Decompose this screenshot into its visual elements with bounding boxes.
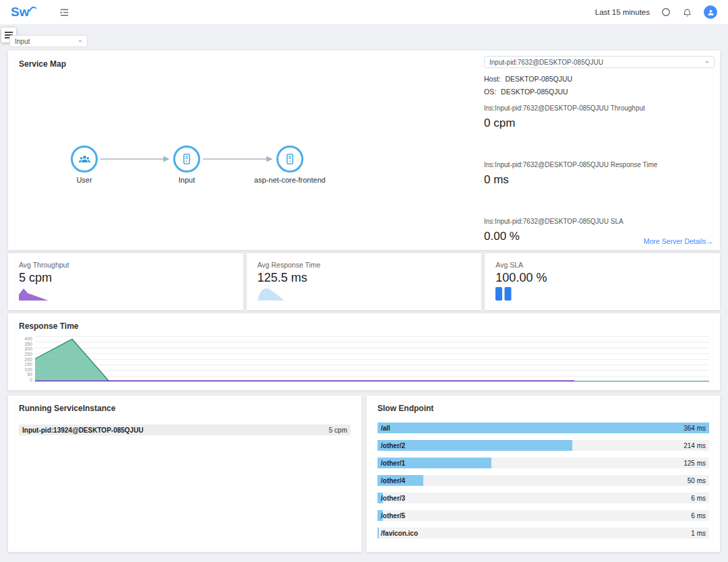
notifications-icon[interactable]	[682, 7, 692, 18]
endpoint-name: /other/4	[381, 477, 405, 485]
avg-response-time-card: Avg Response Time 125.5 ms	[247, 253, 482, 310]
chart-plot-area[interactable]	[35, 336, 709, 382]
response-time-sparkline	[257, 287, 471, 301]
y-tick-label: 150	[24, 362, 32, 367]
instance-name: Input-pid:13924@DESKTOP-085QJUU	[22, 427, 144, 434]
instance-row[interactable]: Input-pid:13924@DESKTOP-085QJUU5 cpm	[19, 425, 351, 435]
os-row: OS:DESKTOP-085QJUU	[484, 88, 715, 96]
endpoint-value: 50 ms	[688, 477, 706, 485]
topology-edges	[8, 51, 439, 239]
response-time-panel: Response Time 400350300250200150100500	[8, 313, 720, 390]
endpoint-bar	[377, 440, 572, 451]
y-axis: 400350300250200150100500	[19, 336, 35, 382]
service-map-panel: Service Map User	[8, 51, 720, 250]
endpoint-row[interactable]: /other/2214 ms	[377, 440, 709, 451]
logo-swoosh-icon	[29, 5, 36, 11]
service-select[interactable]: Input	[9, 35, 88, 47]
slow-endpoint-panel: Slow Endpoint /all364 ms/other/2214 ms/o…	[367, 396, 720, 552]
chevron-down-icon	[705, 61, 709, 65]
avg-throughput-card: Avg Throughput 5 cpm	[8, 253, 243, 310]
running-instances-title: Running ServiceInstance	[19, 404, 351, 413]
response-time-chart: 400350300250200150100500	[19, 336, 709, 382]
slow-endpoint-title: Slow Endpoint	[377, 404, 709, 413]
instance-detail: Input-pid:7632@DESKTOP-085QJUU Host:DESK…	[484, 56, 715, 243]
menu-collapse-icon[interactable]	[59, 7, 69, 18]
y-tick-label: 0	[30, 377, 32, 382]
server-icon	[283, 152, 297, 166]
more-server-details-link[interactable]: More Server Details→	[644, 237, 713, 245]
endpoint-name: /all	[381, 425, 390, 432]
area-series	[35, 339, 709, 381]
y-tick-label: 250	[24, 352, 32, 356]
node-label: Input	[173, 176, 200, 184]
chevron-down-icon	[78, 40, 82, 44]
topbar: Sw Last 15 minutes	[0, 0, 728, 24]
sla-sparkline	[495, 287, 709, 301]
throughput-sparkline	[19, 287, 233, 301]
endpoint-row[interactable]: /other/1125 ms	[377, 458, 709, 468]
endpoint-name: /other/1	[381, 460, 405, 467]
endpoint-row[interactable]: /favicon.ico1 ms	[377, 528, 709, 538]
instance-select[interactable]: Input-pid:7632@DESKTOP-085QJUU	[484, 56, 715, 68]
endpoint-row[interactable]: /other/36 ms	[377, 493, 709, 503]
topology-node-frontend[interactable]: asp-net-core-frontend	[254, 146, 326, 184]
instance-select-value: Input-pid:7632@DESKTOP-085QJUU	[489, 59, 603, 66]
endpoint-value: 6 ms	[691, 495, 706, 502]
time-range-selector[interactable]: Last 15 minutes	[595, 8, 650, 16]
service-select-value: Input	[15, 38, 30, 45]
metric-cards-row: Avg Throughput 5 cpm Avg Response Time 1…	[8, 253, 720, 310]
running-instances-panel: Running ServiceInstance Input-pid:13924@…	[8, 396, 361, 552]
host-row: Host:DESKTOP-085QJUU	[484, 75, 715, 83]
endpoint-value: 6 ms	[691, 512, 706, 520]
avg-sla-card: Avg SLA 100.00 %	[485, 253, 720, 310]
server-icon	[180, 152, 193, 166]
endpoint-name: /favicon.ico	[381, 530, 418, 537]
endpoint-value: 364 ms	[684, 425, 706, 432]
y-tick-label: 50	[27, 372, 32, 377]
app-logo-text: Sw	[11, 5, 29, 20]
endpoint-name: /other/3	[381, 495, 405, 502]
area-series-outline	[35, 339, 709, 381]
instance-list: Input-pid:13924@DESKTOP-085QJUU5 cpm	[19, 425, 351, 435]
endpoint-name: /other/2	[381, 442, 405, 449]
bottom-row: Running ServiceInstance Input-pid:13924@…	[8, 396, 720, 552]
auto-refresh-icon[interactable]	[661, 7, 671, 17]
endpoint-bar	[377, 423, 709, 433]
node-label: asp-net-core-frontend	[254, 176, 326, 184]
topology-node-user[interactable]: User	[71, 146, 98, 184]
user-group-icon	[78, 152, 92, 166]
hamburger-icon	[5, 32, 13, 33]
toolbar: Input	[0, 24, 728, 51]
y-tick-label: 200	[24, 357, 32, 362]
y-tick-label: 350	[24, 342, 32, 346]
endpoint-list: /all364 ms/other/2214 ms/other/1125 ms/o…	[377, 423, 709, 538]
person-icon	[706, 8, 715, 17]
endpoint-value: 1 ms	[691, 530, 706, 537]
user-avatar[interactable]	[704, 5, 717, 19]
endpoint-value: 214 ms	[684, 442, 706, 449]
endpoint-bar	[377, 528, 379, 538]
endpoint-row[interactable]: /all364 ms	[377, 423, 709, 433]
app-logo[interactable]: Sw	[11, 5, 36, 20]
endpoint-row[interactable]: /other/56 ms	[377, 510, 709, 521]
node-label: User	[71, 176, 98, 184]
instance-response-time-metric: Ins:Input-pid:7632@DESKTOP-085QJUU Respo…	[484, 161, 715, 187]
topology-node-input[interactable]: Input	[173, 146, 200, 184]
endpoint-row[interactable]: /other/450 ms	[377, 475, 709, 486]
instance-throughput-metric: Ins:Input-pid:7632@DESKTOP-085QJUU Throu…	[484, 104, 715, 130]
response-time-title: Response Time	[19, 321, 709, 331]
y-tick-label: 100	[24, 367, 32, 372]
chart-svg	[35, 336, 709, 381]
y-tick-label: 300	[24, 346, 32, 351]
endpoint-value: 125 ms	[684, 460, 706, 467]
topology-graph: User Input asp-net-core-frontend	[8, 51, 439, 250]
y-tick-label: 400	[24, 336, 32, 341]
instance-value: 5 cpm	[329, 427, 347, 434]
endpoint-name: /other/5	[381, 512, 405, 520]
